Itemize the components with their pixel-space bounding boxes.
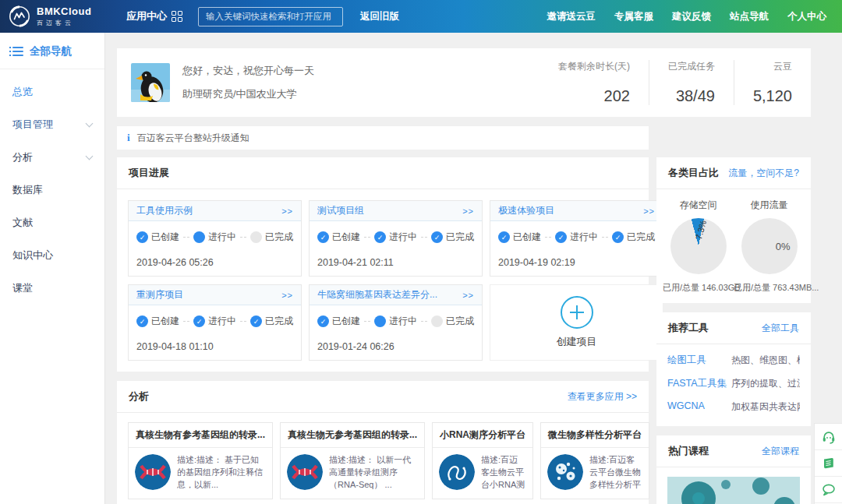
app-description: 描述:百迈客云平台微生物多样性分析平台是一款结合... xyxy=(589,454,642,492)
brand-subtitle: 百迈客云 xyxy=(37,19,91,27)
nav-feedback[interactable]: 建议反馈 xyxy=(672,10,711,23)
course-thumbnail[interactable]: 微生物多样性分析平台使用教程 xyxy=(667,477,800,504)
step-running-icon xyxy=(193,231,205,243)
all-courses-link[interactable]: 全部课程 xyxy=(762,445,799,458)
announcement-bar[interactable]: i 百迈客云平台整站升级通知 xyxy=(117,126,649,150)
project-card: 重测序项目 >> 已创建 进行中 已完成 xyxy=(128,284,302,361)
step-finished-icon xyxy=(612,231,624,243)
app-title[interactable]: 真核生物有参考基因组的转录... xyxy=(129,423,272,448)
sidebar-item-literature[interactable]: 文献 xyxy=(0,206,104,239)
project-card: 牛隐窝细胞基因表达差异分... >> 已创建 进行中 已完成 xyxy=(309,284,483,361)
project-title[interactable]: 测试项目组 xyxy=(317,204,364,217)
project-card: 极速体验项目 >> 已创建 进行中 已完成 xyxy=(490,200,663,277)
dna-icon xyxy=(287,454,323,490)
app-center-button[interactable]: 应用中心 xyxy=(126,9,182,23)
user-avatar[interactable] xyxy=(131,63,170,102)
tool-link-fasta[interactable]: FASTA工具集 xyxy=(667,377,731,390)
storage-pie-chart[interactable]: 7.3% xyxy=(670,218,727,274)
project-title[interactable]: 重测序项目 xyxy=(136,288,183,301)
sidebar-item-database[interactable]: 数据库 xyxy=(0,174,104,206)
analysis-app-card[interactable]: 微生物多样性分析平台 描述:百迈客云平台微生物多样性分析平台是一款结合... xyxy=(540,422,649,499)
user-role-text: 助理研究员/中国农业大学 xyxy=(182,87,314,101)
penguin-avatar-image xyxy=(131,63,170,102)
project-card: 工具使用示例 >> 已创建 进行中 已完成 xyxy=(128,200,302,277)
project-status-steps: 已创建 进行中 已完成 xyxy=(498,231,655,244)
analysis-app-card[interactable]: 小RNA测序分析平台 描述:百迈客生物云平台小RNA测序分析平台由基本分... xyxy=(432,422,533,499)
step-created-icon xyxy=(317,315,329,327)
headset-icon xyxy=(821,429,837,445)
nav-dedicated-support[interactable]: 专属客服 xyxy=(614,10,653,23)
sidebar-item-analysis[interactable]: 分析 xyxy=(0,141,104,174)
storage-caption: 已用/总量 146.03GB ... xyxy=(663,282,734,294)
chat-icon xyxy=(821,482,837,498)
step-finished-icon xyxy=(250,231,262,243)
project-title[interactable]: 极速体验项目 xyxy=(498,204,554,217)
chevron-down-icon xyxy=(86,119,94,127)
stat-cloud-beans: 云豆 5,120 xyxy=(734,60,811,105)
project-date: 2019-01-24 06:26 xyxy=(317,341,474,352)
nav-site-map[interactable]: 站点导航 xyxy=(730,10,769,23)
book-icon xyxy=(821,456,837,471)
stat-completed-tasks: 已完成任务 38/49 xyxy=(649,60,734,105)
project-open-link[interactable]: >> xyxy=(281,291,293,300)
feedback-chat-button[interactable] xyxy=(815,477,842,503)
traffic-pie-chart[interactable]: 0% xyxy=(741,218,798,274)
bmk-logo-icon xyxy=(8,5,31,28)
sidebar-item-project-management[interactable]: 项目管理 xyxy=(0,108,104,141)
project-open-link[interactable]: >> xyxy=(643,206,655,216)
tool-link-wgcna[interactable]: WGCNA xyxy=(667,400,731,414)
floating-toolbar xyxy=(814,423,842,504)
traffic-caption: 已用/总量 763.43MB... xyxy=(734,282,805,294)
plus-icon xyxy=(561,296,593,329)
customer-service-button[interactable] xyxy=(815,424,842,450)
back-to-old-version-button[interactable]: 返回旧版 xyxy=(360,10,399,23)
left-sidebar: 全部导航 总览 项目管理 分析 数据库 文献 知识中心 课堂 xyxy=(0,33,105,504)
hot-courses-panel: 热门课程 全部课程 xyxy=(656,435,811,504)
project-date: 2019-04-19 02:19 xyxy=(498,257,655,268)
sidebar-item-knowledge-center[interactable]: 知识中心 xyxy=(0,239,104,272)
storage-usage-chart: 存储空间 7.3% 已用/总量 146.03GB ... xyxy=(663,199,734,294)
announcement-text[interactable]: 百迈客云平台整站升级通知 xyxy=(137,132,249,145)
greeting-text: 您好，安达，祝您开心每一天 xyxy=(182,64,314,78)
project-open-link[interactable]: >> xyxy=(281,206,293,216)
app-description: 描述:百迈客生物云平台小RNA测序分析平台由基本分... xyxy=(481,454,526,492)
usage-panel: 各类目占比 流量，空间不足? 存储空间 7.3% 已用/总量 146.03GB … xyxy=(656,157,811,303)
app-search-input[interactable] xyxy=(198,7,343,26)
app-description: 描述:描述： 基于已知的基因组序列和注释信息，以新... xyxy=(177,454,266,492)
app-title[interactable]: 真核生物无参考基因组的转录... xyxy=(281,423,424,448)
nav-invite-beans[interactable]: 邀请送云豆 xyxy=(547,10,596,23)
project-card: 测试项目组 >> 已创建 进行中 已完成 xyxy=(309,200,483,277)
analysis-app-card[interactable]: 真核生物无参考基因组的转录... 描述:描述： 以新一代高通量转录组测序 （RN… xyxy=(280,422,425,499)
app-title[interactable]: 微生物多样性分析平台 xyxy=(541,423,649,448)
project-open-link[interactable]: >> xyxy=(462,291,474,300)
brand-logo[interactable]: BMKCloud 百迈客云 xyxy=(8,5,108,28)
step-running-icon xyxy=(374,315,386,327)
microbe-icon xyxy=(547,454,583,490)
tool-link-plot[interactable]: 绘图工具 xyxy=(667,354,731,367)
more-apps-link[interactable]: 查看更多应用 >> xyxy=(568,390,637,404)
step-finished-icon xyxy=(431,231,443,243)
sidebar-item-overview[interactable]: 总览 xyxy=(0,76,104,108)
rna-icon xyxy=(439,454,475,490)
step-finished-icon xyxy=(431,315,443,327)
project-progress-title: 项目进展 xyxy=(129,166,169,180)
create-project-button[interactable]: 创建项目 xyxy=(490,284,663,361)
all-navigation-toggle[interactable]: 全部导航 xyxy=(0,33,104,69)
sidebar-item-classroom[interactable]: 课堂 xyxy=(0,272,104,305)
app-center-label: 应用中心 xyxy=(126,9,167,23)
manual-button[interactable] xyxy=(815,450,842,477)
project-open-link[interactable]: >> xyxy=(462,206,474,216)
quota-shortage-link[interactable]: 流量，空间不足? xyxy=(728,167,799,180)
all-tools-link[interactable]: 全部工具 xyxy=(762,322,799,335)
nav-personal-center[interactable]: 个人中心 xyxy=(787,10,826,23)
project-title[interactable]: 牛隐窝细胞基因表达差异分... xyxy=(317,288,437,301)
recommended-tools-panel: 推荐工具 全部工具 绘图工具 热图、维恩图、柱图... FASTA工具集 序列的… xyxy=(656,312,811,426)
analysis-app-card[interactable]: 真核生物有参考基因组的转录... 描述:描述： 基于已知的基因组序列和注释信息，… xyxy=(128,422,273,499)
navbar-links: 邀请送云豆 专属客服 建议反馈 站点导航 个人中心 xyxy=(547,10,827,23)
project-status-steps: 已创建 进行中 已完成 xyxy=(136,315,293,328)
traffic-percent-label: 0% xyxy=(776,241,791,252)
create-project-label: 创建项目 xyxy=(557,335,597,349)
app-title[interactable]: 小RNA测序分析平台 xyxy=(433,423,532,448)
project-status-steps: 已创建 进行中 已完成 xyxy=(317,315,474,328)
project-title[interactable]: 工具使用示例 xyxy=(136,204,193,217)
